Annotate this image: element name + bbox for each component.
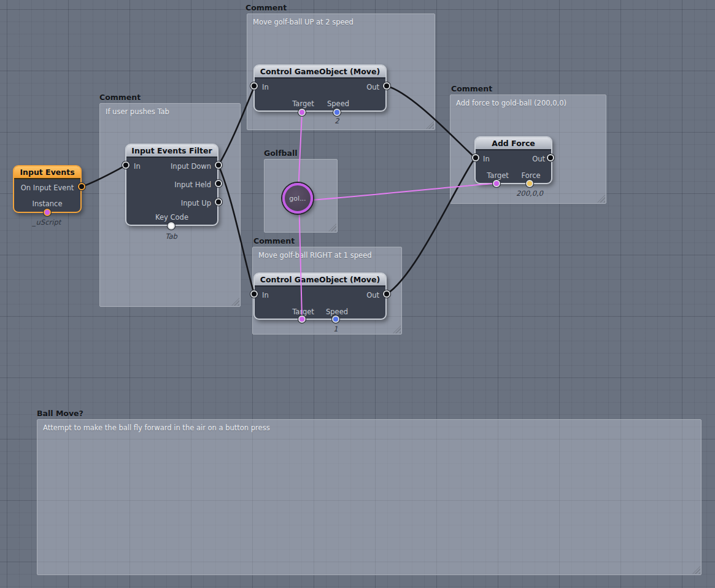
- socket-moveup-speed[interactable]: [333, 109, 341, 116]
- comment-title-tab: Comment: [99, 93, 141, 102]
- socket-moveup-out[interactable]: [383, 82, 390, 90]
- socket-addforce-out[interactable]: [547, 154, 554, 161]
- port-label-out: Out: [366, 291, 379, 300]
- node-title: Add Force: [476, 137, 551, 150]
- comment-text: Attempt to make the ball fly forward in …: [43, 424, 695, 432]
- socket-on-input-event-out[interactable]: [78, 183, 85, 190]
- port-label-force: Force: [521, 171, 540, 180]
- comment-title-move-right: Comment: [253, 236, 295, 246]
- golfball-title: Golfball: [264, 149, 298, 158]
- port-label-speed: Speed: [327, 99, 349, 108]
- socket-input-down-out[interactable]: [215, 161, 222, 169]
- port-label-input-held: Input Held: [174, 180, 211, 189]
- socket-moveup-in[interactable]: [250, 82, 258, 90]
- golfball-label: gol...: [289, 195, 306, 203]
- graph-canvas[interactable]: Comment Move golf-ball UP at 2 speed Com…: [0, 0, 715, 588]
- comment-box-ball-move[interactable]: Attempt to make the ball fly forward in …: [37, 419, 701, 575]
- port-label-input-down: Input Down: [171, 162, 211, 171]
- port-label-out: Out: [532, 155, 545, 163]
- socket-input-up-out[interactable]: [215, 198, 222, 206]
- comment-text: If user pushes Tab: [106, 107, 234, 116]
- socket-addforce-in[interactable]: [472, 154, 479, 161]
- port-label-input-up: Input Up: [181, 199, 211, 207]
- port-label-instance: Instance: [33, 199, 63, 208]
- node-move-right[interactable]: Control GameObject (Move) In Out Target …: [253, 273, 387, 320]
- socket-input-held-out[interactable]: [215, 180, 222, 187]
- socket-moveright-out[interactable]: [383, 290, 390, 298]
- port-label-in: In: [262, 83, 269, 91]
- socket-key-code[interactable]: [168, 222, 175, 230]
- node-add-force[interactable]: Add Force In Out Target Force: [474, 136, 552, 184]
- comment-title-add-force: Comment: [451, 84, 492, 93]
- node-title: Control GameObject (Move): [255, 66, 385, 79]
- node-input-events[interactable]: Input Events On Input Event Instance: [13, 165, 82, 213]
- port-label-in: In: [262, 291, 269, 300]
- comment-title-ball-move: Ball Move?: [37, 409, 83, 418]
- value-force: 200,0,0: [516, 189, 543, 198]
- port-label-key-code: Key Code: [155, 213, 188, 222]
- port-label-out: Out: [366, 83, 379, 91]
- node-title: Control GameObject (Move): [255, 274, 385, 287]
- node-move-up[interactable]: Control GameObject (Move) In Out Target …: [253, 64, 387, 112]
- comment-text: Add force to gold-ball (200,0,0): [456, 99, 600, 107]
- port-label-in: In: [483, 155, 490, 163]
- socket-addforce-target[interactable]: [493, 180, 500, 187]
- golfball-variable[interactable]: gol...: [282, 183, 313, 214]
- socket-addforce-force[interactable]: [526, 180, 533, 187]
- port-label-on-input-event: On Input Event: [21, 184, 74, 192]
- port-label-target: Target: [292, 99, 314, 108]
- value-speed-up: 2: [334, 117, 339, 125]
- comment-text: Move golf-ball RIGHT at 1 speed: [258, 251, 396, 260]
- socket-moveright-speed[interactable]: [332, 315, 339, 323]
- port-label-speed: Speed: [326, 308, 348, 316]
- node-title: Input Events: [14, 166, 80, 179]
- socket-filter-in[interactable]: [122, 161, 129, 169]
- socket-moveright-target[interactable]: [298, 315, 306, 323]
- value-speed-right: 1: [333, 325, 338, 333]
- value-key-code: Tab: [165, 232, 177, 241]
- comment-text: Move golf-ball UP at 2 speed: [253, 18, 429, 26]
- socket-moveright-in[interactable]: [250, 290, 258, 298]
- socket-moveup-target[interactable]: [298, 109, 306, 116]
- port-label-target: Target: [487, 171, 509, 180]
- comment-title-move-up: Comment: [245, 3, 287, 12]
- node-input-events-filter[interactable]: Input Events Filter In Input Down Input …: [125, 144, 218, 226]
- socket-instance[interactable]: [44, 209, 51, 216]
- node-title: Input Events Filter: [126, 145, 217, 158]
- port-label-target: Target: [292, 308, 314, 316]
- value-uscript: _uScript: [33, 218, 61, 226]
- port-label-in: In: [134, 162, 141, 171]
